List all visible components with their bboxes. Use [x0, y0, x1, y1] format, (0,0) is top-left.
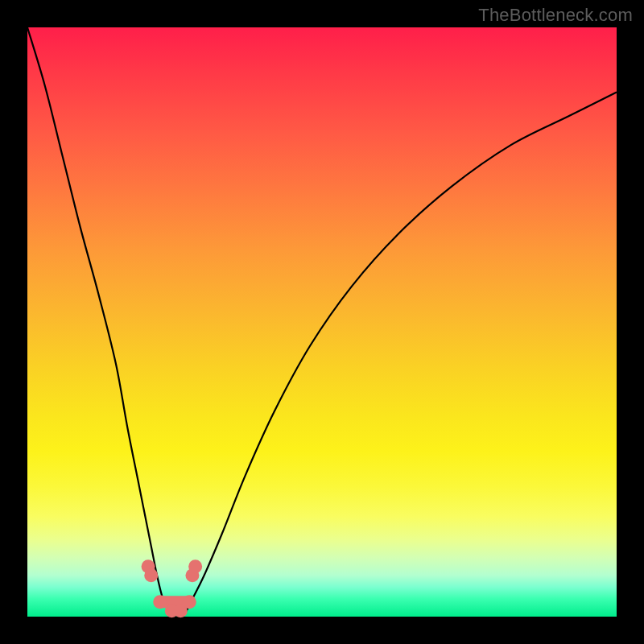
watermark-text: TheBottleneck.com [478, 5, 633, 26]
curve-marker [144, 568, 158, 582]
curve-marker [183, 595, 196, 609]
plot-area [27, 27, 617, 617]
marker-group [142, 559, 203, 617]
chart-frame: TheBottleneck.com [0, 0, 644, 644]
curve-marker [153, 595, 167, 609]
curve-marker [188, 559, 202, 573]
bottleneck-curve [27, 27, 617, 617]
curve-layer [27, 27, 617, 617]
